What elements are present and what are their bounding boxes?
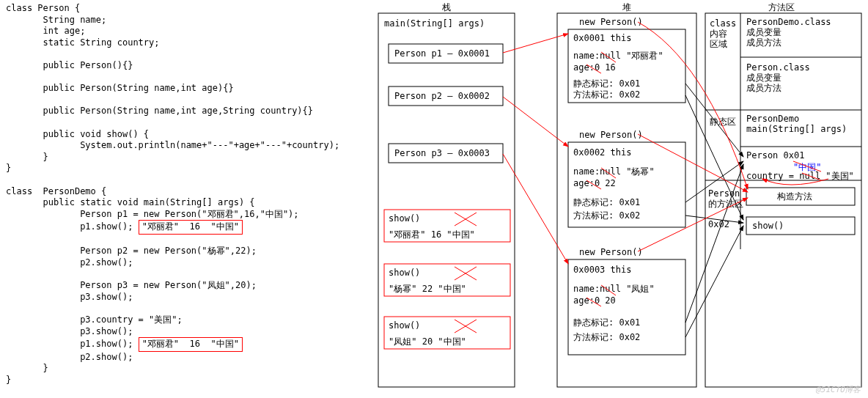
heap-obj2-title: new Person(): [579, 130, 643, 140]
col-heap-title: 堆: [622, 2, 631, 12]
heap-obj3-static: 静态标记: 0x01: [573, 317, 640, 328]
heap-obj3-title: new Person(): [579, 247, 643, 257]
heap-obj1-this: 0x0001 this: [573, 33, 631, 43]
heap-obj3-this: 0x0003 this: [573, 265, 631, 275]
method-show-text: show(): [752, 221, 784, 231]
heap-obj2-this: 0x0002 this: [573, 147, 631, 158]
stack-show3-call: show(): [389, 320, 420, 331]
heap-obj2-name: name:null "杨幂": [573, 166, 655, 177]
col-method-title: 方法区: [768, 2, 795, 12]
stack-p2-text: Person p2 — 0x0002: [394, 91, 490, 101]
col-stack-title: 栈: [441, 2, 451, 12]
method-ctor-text: 构造方法: [776, 191, 812, 202]
stack-p1-text: Person p1 — 0x0001: [394, 48, 490, 59]
heap-obj1-static: 静态标记: 0x01: [573, 78, 640, 89]
method-personStatic2: country = null "美国": [746, 171, 854, 181]
heap-obj1-age: age:0 16: [573, 62, 616, 73]
heap-obj1-name: name:null "邓丽君": [573, 51, 663, 61]
method-personStatic1: Person 0x01: [746, 150, 804, 161]
stack-show3-out: "凤姐" 20 "中国": [389, 336, 466, 347]
stack-show1-out: "邓丽君" 16 "中国": [389, 229, 475, 240]
heap-obj3-method: 方法标记: 0x02: [573, 332, 640, 342]
stack-show2-out: "杨幂" 22 "中国": [389, 284, 466, 294]
heap-obj2-method: 方法标记: 0x02: [573, 210, 640, 221]
heap-obj2-age: age:0 22: [573, 178, 616, 188]
heap-obj1-method: 方法标记: 0x02: [573, 89, 640, 100]
stack-show1-call: show(): [389, 213, 420, 224]
watermark: @51CTO博客: [815, 385, 861, 395]
method-personMethodArea: Person的方法区: [708, 188, 743, 209]
stack-p3-text: Person p3 — 0x0003: [394, 148, 490, 158]
heap-obj3-name: name:null "凤姐": [573, 284, 655, 294]
heap-obj3-age: age:0 20: [573, 295, 616, 306]
stack-show2-call: show(): [389, 268, 420, 278]
method-staticArea: 静态区: [710, 117, 736, 127]
heap-obj2-static: 静态标记: 0x01: [573, 197, 640, 207]
stack-main: main(String[] args): [384, 18, 485, 29]
heap-obj1-title: new Person(): [579, 17, 643, 27]
